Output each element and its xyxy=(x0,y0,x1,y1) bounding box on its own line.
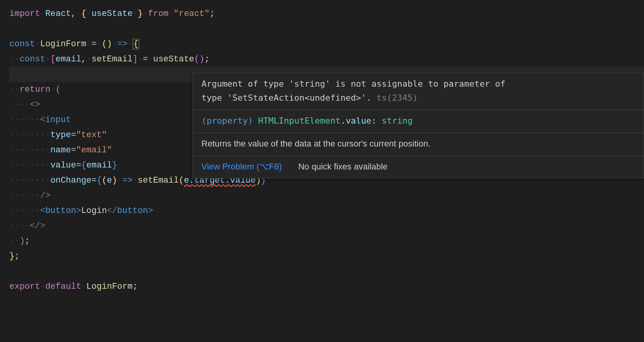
code-line[interactable]: ······/> xyxy=(9,188,644,203)
jsx-tag-button: button xyxy=(45,206,76,216)
code-line-blank[interactable] xyxy=(9,264,644,279)
jsx-tag-input: input xyxy=(45,115,71,125)
keyword-import: import xyxy=(9,9,40,19)
ident-usestate: useState xyxy=(91,9,133,19)
call-setemail: setEmail xyxy=(138,176,179,185)
keyword-export: export xyxy=(9,282,40,291)
hover-tooltip: Argument of type 'string' is not assigna… xyxy=(192,73,644,178)
keyword-from: from xyxy=(148,9,168,19)
ident-email: email xyxy=(56,54,81,64)
code-line[interactable]: const·LoginForm·=·()·=>·{ xyxy=(9,37,644,52)
sig-return: string xyxy=(382,116,413,126)
error-text-b: type 'SetStateAction<undefined>'. xyxy=(201,93,371,103)
call-usestate: useState xyxy=(153,54,194,64)
code-line[interactable]: export·default·LoginForm; xyxy=(9,279,644,294)
hover-error-section: Argument of type 'string' is not assigna… xyxy=(193,73,644,110)
sig-kind: (property) xyxy=(201,116,253,126)
hover-actions-section: View Problem (⌥F8) No quick fixes availa… xyxy=(193,156,644,178)
ident-setemail: setEmail xyxy=(91,54,133,64)
cursor-position: { xyxy=(133,39,139,49)
hover-doc-section: Returns the value of the data at the cur… xyxy=(193,133,644,156)
expr-email: email xyxy=(86,161,112,170)
arrow: => xyxy=(117,39,127,49)
keyword-default: default xyxy=(45,282,81,291)
ident-react: React xyxy=(45,9,71,19)
param-e: e xyxy=(107,176,112,185)
keyword-return: return xyxy=(19,85,50,94)
ident-loginform: LoginForm xyxy=(40,39,86,49)
jsx-attr-onchange: onChange xyxy=(51,176,92,185)
string-react: "react" xyxy=(174,9,210,19)
view-problem-link[interactable]: View Problem (⌥F8) xyxy=(201,162,282,171)
sig-type: HTMLInputElement xyxy=(258,116,341,126)
code-line[interactable]: ··const·[email,·setEmail]·=·useState(); xyxy=(9,52,644,67)
error-code: ts(2345) xyxy=(376,93,418,103)
sig-member: value xyxy=(346,116,371,126)
code-line[interactable]: ······<button>Login</button> xyxy=(9,203,644,218)
code-line-blank[interactable] xyxy=(9,21,644,37)
jsx-attr-value: value xyxy=(51,161,76,170)
keyword-const: const xyxy=(19,54,45,64)
code-line[interactable]: ····</> xyxy=(9,218,644,234)
text-login: Login xyxy=(81,206,107,216)
keyword-const: const xyxy=(9,39,35,49)
doc-text: Returns the value of the data at the cur… xyxy=(201,139,430,148)
no-quick-fix-text: No quick fixes available xyxy=(298,162,388,171)
code-line[interactable]: ··); xyxy=(9,234,644,249)
string-text: "text" xyxy=(76,130,107,140)
jsx-attr-name: name xyxy=(51,145,71,155)
code-line[interactable]: }; xyxy=(9,249,644,264)
string-email: "email" xyxy=(76,145,112,155)
jsx-attr-type: type xyxy=(51,130,71,140)
hover-signature-section: (property) HTMLInputElement.value: strin… xyxy=(193,110,644,133)
error-text-a: Argument of type 'string' is not assigna… xyxy=(201,79,505,89)
code-line[interactable]: import·React,·{·useState·}·from·"react"; xyxy=(9,6,644,21)
ident-loginform: LoginForm xyxy=(86,282,133,291)
